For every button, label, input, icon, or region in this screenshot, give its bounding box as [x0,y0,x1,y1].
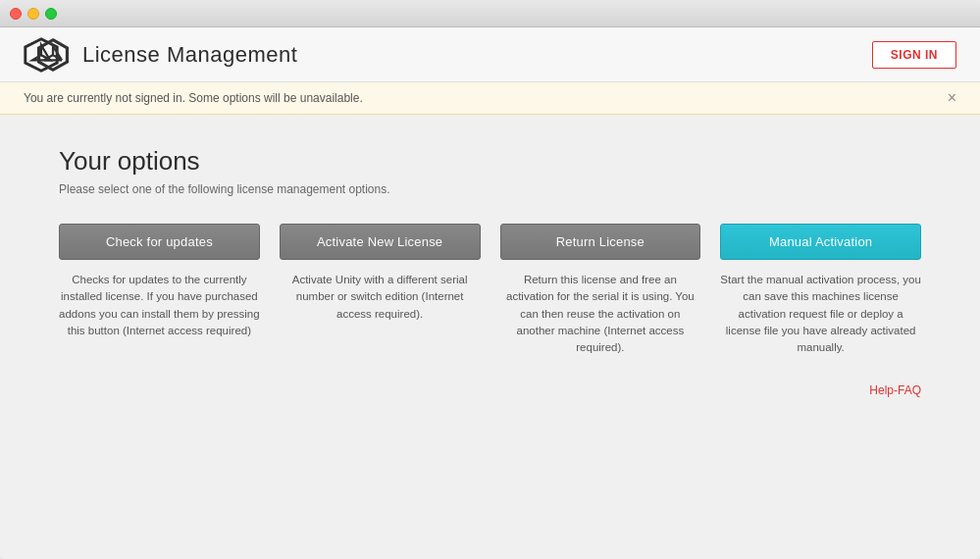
check-updates-button[interactable]: Check for updates [59,224,260,260]
section-title: Your options [59,146,921,177]
option-card-check-updates: Check for updates Checks for updates to … [59,224,260,356]
minimize-button[interactable] [27,8,39,20]
app-header: License Management SIGN IN [0,27,980,82]
svg-marker-4 [53,46,62,60]
app-window: License Management SIGN IN You are curre… [0,0,980,559]
footer: Help - FAQ [59,383,921,407]
maximize-button[interactable] [45,8,57,20]
logo-area: License Management [24,37,872,73]
return-license-button[interactable]: Return License [500,224,701,260]
manual-activation-button[interactable]: Manual Activation [720,224,921,260]
main-content: Your options Please select one of the fo… [0,115,980,559]
traffic-lights [10,8,57,20]
banner-message: You are currently not signed in. Some op… [24,91,363,105]
activate-new-license-button[interactable]: Activate New License [280,224,481,260]
help-link[interactable]: Help [869,383,894,397]
banner-close-icon[interactable]: × [948,90,956,106]
titlebar [0,0,980,27]
app-title: License Management [82,42,297,68]
section-subtitle: Please select one of the following licen… [59,182,921,196]
options-grid: Check for updates Checks for updates to … [59,224,921,356]
option-card-activate-license: Activate New License Activate Unity with… [280,224,481,356]
faq-link[interactable]: FAQ [898,383,921,397]
option-card-manual-activation: Manual Activation Start the manual activ… [720,224,921,356]
sign-in-button[interactable]: SIGN IN [872,41,956,69]
unity-logo-icon [35,37,71,73]
close-button[interactable] [10,8,22,20]
manual-activation-description: Start the manual activation process, you… [720,272,921,356]
return-license-description: Return this license and free an activati… [500,272,701,356]
check-updates-description: Checks for updates to the currently inst… [59,272,260,339]
option-card-return-license: Return License Return this license and f… [500,224,701,356]
warning-banner: You are currently not signed in. Some op… [0,82,980,115]
activate-license-description: Activate Unity with a different serial n… [280,272,481,323]
